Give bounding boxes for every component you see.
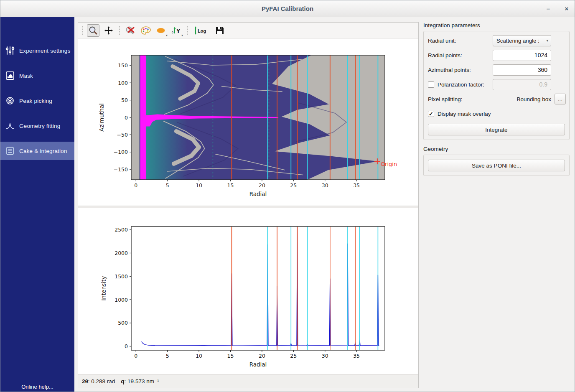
sidebar-item-mask[interactable]: Mask bbox=[0, 66, 74, 85]
toolbar-grip bbox=[119, 26, 120, 35]
svg-text:Intensity: Intensity bbox=[100, 276, 107, 301]
titlebar: PyFAI Calibration – × bbox=[0, 0, 575, 17]
svg-text:100: 100 bbox=[118, 80, 128, 86]
svg-text:0: 0 bbox=[134, 182, 137, 188]
svg-text:Log: Log bbox=[198, 28, 206, 33]
svg-text:150: 150 bbox=[118, 62, 128, 69]
y-origin-button[interactable]: 0Y ▾ bbox=[170, 24, 183, 37]
svg-text:5: 5 bbox=[166, 182, 169, 188]
sidebar-item-label: Mask bbox=[19, 73, 33, 79]
sidebar-item-peak-picking[interactable]: Peak picking bbox=[0, 92, 74, 110]
svg-text:35: 35 bbox=[353, 353, 360, 359]
two-theta-label: 2θ bbox=[82, 378, 88, 384]
online-help-link[interactable]: Online help... bbox=[0, 384, 74, 390]
sidebar-item-label: Peak picking bbox=[19, 98, 52, 104]
mask-overlay-checkbox[interactable] bbox=[428, 111, 434, 117]
sidebar-item-label: Geometry fitting bbox=[19, 123, 60, 129]
q-value: : 19.573 nm⁻¹ bbox=[125, 378, 159, 384]
svg-text:0: 0 bbox=[172, 31, 173, 34]
geometry-title: Geometry bbox=[423, 146, 573, 152]
sidebar-item-geometry-fitting[interactable]: Geometry fitting bbox=[0, 117, 74, 135]
svg-text:2000: 2000 bbox=[114, 250, 128, 256]
pan-arrows-icon bbox=[104, 25, 114, 36]
svg-text:2500: 2500 bbox=[114, 227, 128, 233]
sidebar-item-cake-integration[interactable]: Cake & integration bbox=[0, 142, 74, 160]
pixel-splitting-more-button[interactable]: ... bbox=[555, 94, 566, 104]
radial-unit-label: Radial unit: bbox=[428, 38, 456, 44]
svg-text:Azimuthal: Azimuthal bbox=[98, 103, 105, 132]
svg-text:−150: −150 bbox=[114, 166, 128, 173]
svg-text:−50: −50 bbox=[117, 132, 128, 138]
svg-text:10: 10 bbox=[196, 182, 202, 188]
log-scale-icon: Log bbox=[193, 25, 210, 36]
integration-parameters-title: Integration parameters bbox=[423, 22, 573, 28]
chevron-down-icon: ▾ bbox=[181, 33, 183, 37]
polarization-checkbox[interactable] bbox=[428, 81, 434, 88]
svg-text:10: 10 bbox=[196, 353, 202, 359]
plot-area: 05101520253035−150−100−50050100150Radial… bbox=[78, 38, 418, 375]
ellipse-mask-icon bbox=[156, 25, 167, 36]
svg-text:30: 30 bbox=[322, 353, 328, 359]
polarization-input bbox=[493, 79, 551, 90]
svg-text:0: 0 bbox=[125, 115, 128, 121]
clear-zoom-button[interactable] bbox=[124, 24, 137, 37]
integration-plot[interactable]: 0510152025303505001000150020002500Radial… bbox=[78, 209, 418, 377]
pyfai-window: PyFAI Calibration – × Experiment setting… bbox=[0, 0, 575, 392]
chevron-down-icon: ▾ bbox=[546, 38, 548, 43]
chevron-down-icon: ▾ bbox=[166, 33, 168, 37]
svg-text:20: 20 bbox=[259, 353, 265, 359]
azimuthal-points-label: Azimuthal points: bbox=[428, 67, 471, 73]
polarization-label: Polarization factor: bbox=[438, 81, 484, 88]
sliders-icon bbox=[5, 46, 15, 55]
integrate-button[interactable]: Integrate bbox=[428, 124, 565, 135]
peak-icon bbox=[5, 121, 15, 130]
minimize-button[interactable]: – bbox=[544, 5, 552, 12]
svg-text:Radial: Radial bbox=[249, 361, 267, 368]
radial-unit-select[interactable]: Scattering angle : ▾ bbox=[493, 35, 551, 46]
svg-text:50: 50 bbox=[121, 97, 128, 103]
colormap-button[interactable] bbox=[140, 24, 152, 37]
pixel-splitting-label: Pixel splitting: bbox=[428, 96, 463, 102]
y-axis-origin-icon: 0Y bbox=[171, 25, 182, 36]
svg-text:20: 20 bbox=[259, 182, 265, 188]
svg-text:Y: Y bbox=[176, 27, 181, 34]
save-poni-button[interactable]: Save as PONI file... bbox=[428, 160, 565, 171]
two-theta-value: : 0.288 rad bbox=[88, 378, 115, 384]
palette-icon bbox=[140, 25, 151, 36]
right-panel: Integration parameters Radial unit: Scat… bbox=[422, 21, 573, 182]
svg-text:500: 500 bbox=[118, 320, 128, 326]
clear-zoom-icon bbox=[125, 25, 136, 36]
mask-icon bbox=[5, 71, 15, 80]
close-button[interactable]: × bbox=[563, 5, 570, 12]
svg-text:Origin: Origin bbox=[381, 161, 397, 167]
radial-unit-value: Scattering angle : bbox=[496, 38, 539, 44]
cake-plot[interactable]: 05101520253035−150−100−50050100150Radial… bbox=[78, 39, 418, 205]
svg-text:Radial: Radial bbox=[249, 191, 267, 197]
mask-tool-button[interactable]: ▾ bbox=[155, 24, 168, 37]
radial-points-label: Radial points: bbox=[428, 52, 462, 59]
zoom-tool-button[interactable] bbox=[87, 24, 99, 37]
window-title: PyFAI Calibration bbox=[262, 5, 313, 12]
svg-text:0: 0 bbox=[134, 353, 137, 359]
plot-toolbar: ▾ 0Y ▾ Log bbox=[78, 23, 418, 38]
save-button[interactable] bbox=[214, 24, 226, 37]
log-scale-button[interactable]: Log bbox=[192, 24, 211, 37]
pixel-splitting-value: Bounding box bbox=[516, 96, 551, 102]
svg-text:−100: −100 bbox=[114, 149, 128, 155]
svg-text:35: 35 bbox=[353, 182, 360, 188]
integration-parameters-group: Radial unit: Scattering angle : ▾ Radial… bbox=[423, 31, 570, 140]
statusbar: 2θ : 0.288 rad q : 19.573 nm⁻¹ bbox=[78, 374, 418, 388]
sidebar-item-experiment-settings[interactable]: Experiment settings bbox=[0, 41, 74, 60]
azimuthal-points-input[interactable] bbox=[493, 64, 551, 76]
list-icon bbox=[5, 146, 15, 155]
svg-text:25: 25 bbox=[290, 353, 297, 359]
svg-text:5: 5 bbox=[166, 353, 169, 359]
svg-text:1500: 1500 bbox=[114, 273, 128, 280]
svg-text:15: 15 bbox=[227, 353, 234, 359]
svg-text:0: 0 bbox=[125, 343, 128, 349]
plot-divider bbox=[78, 206, 418, 208]
pan-tool-button[interactable] bbox=[102, 24, 115, 37]
sidebar: Experiment settings Mask Peak picking Ge… bbox=[0, 17, 74, 392]
geometry-group: Save as PONI file... bbox=[423, 155, 570, 176]
radial-points-input[interactable] bbox=[493, 50, 551, 61]
